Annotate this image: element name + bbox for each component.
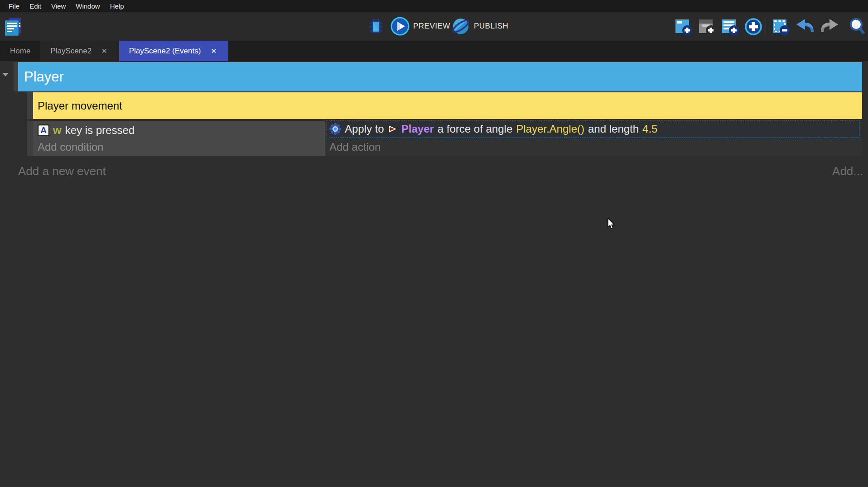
conditions-panel: A w key is pressed Add condition [33, 121, 325, 156]
group-collapse-chevron-down-icon[interactable] [2, 73, 9, 76]
add-subevent-icon[interactable] [698, 18, 716, 36]
publish-sphere-icon [451, 17, 470, 36]
add-condition-button[interactable]: Add condition [38, 141, 103, 153]
action-value: 4.5 [642, 123, 657, 135]
events-sheet: Player Player movement A w key is presse… [0, 61, 868, 487]
debugger-icon[interactable] [368, 18, 384, 35]
condition-text: key is pressed [65, 124, 135, 137]
menu-view[interactable]: View [46, 0, 71, 12]
project-manager-icon[interactable] [5, 17, 22, 36]
preview-play-icon [391, 17, 410, 36]
tab-home-label: Home [10, 47, 30, 56]
tab-playscene2[interactable]: PlayScene2 ✕ [40, 41, 119, 61]
add-circle-icon[interactable] [744, 18, 762, 36]
condition-key-value: w [53, 124, 62, 137]
search-icon[interactable] [849, 18, 866, 36]
undo-icon[interactable] [796, 19, 814, 35]
toolbar-separator-2 [842, 18, 842, 36]
physics-force-icon [329, 123, 341, 135]
keyboard-key-icon: A [38, 124, 49, 136]
group-title: Player [18, 69, 64, 85]
main-toolbar: PREVIEW PUBLISH [0, 12, 868, 41]
add-new-event-button[interactable]: Add a new event [18, 164, 106, 178]
action-mid2: and length [588, 123, 639, 135]
comment-block[interactable]: Player movement [33, 92, 862, 119]
add-more-button[interactable]: Add... [832, 164, 863, 178]
add-comment-icon[interactable] [721, 18, 739, 36]
action-prefix: Apply to [345, 123, 384, 135]
menu-edit[interactable]: Edit [24, 0, 46, 12]
redo-icon[interactable] [820, 19, 839, 35]
menu-bar: File Edit View Window Help [0, 0, 868, 12]
action-row-selected[interactable]: Apply to Player a force of angle Player.… [327, 120, 859, 138]
tab-playscene2-events-label: PlayScene2 (Events) [129, 47, 201, 56]
event-group-header[interactable]: Player [18, 62, 862, 91]
tab-playscene2-events[interactable]: PlayScene2 (Events) ✕ [119, 41, 228, 61]
add-event-icon[interactable] [675, 18, 693, 36]
tab-playscene2-label: PlayScene2 [50, 47, 92, 56]
toolbar-separator-1 [766, 18, 766, 36]
add-action-button[interactable]: Add action [329, 141, 381, 153]
tab-playscene2-close-icon[interactable]: ✕ [100, 46, 109, 56]
publish-button[interactable]: PUBLISH [451, 17, 508, 36]
comment-drag-handle[interactable] [27, 92, 33, 119]
tab-home[interactable]: Home [0, 41, 40, 61]
player-object-icon [388, 124, 398, 134]
action-object-name: Player [401, 123, 434, 135]
menu-help[interactable]: Help [105, 0, 129, 12]
tab-bar: Home PlayScene2 ✕ PlayScene2 (Events) ✕ [0, 41, 868, 61]
remove-event-icon[interactable] [772, 18, 790, 36]
event-drag-handle[interactable] [27, 121, 33, 156]
preview-button[interactable]: PREVIEW [391, 17, 450, 36]
condition-row[interactable]: A w key is pressed [38, 124, 135, 137]
tab-playscene2-events-close-icon[interactable]: ✕ [209, 46, 218, 56]
action-mid1: a force of angle [438, 123, 512, 135]
action-expression: Player.Angle() [516, 123, 584, 135]
comment-text: Player movement [33, 100, 122, 112]
menu-window[interactable]: Window [71, 0, 105, 12]
group-drag-handle[interactable] [14, 62, 18, 91]
actions-panel: Apply to Player a force of angle Player.… [325, 121, 862, 156]
menu-file[interactable]: File [4, 0, 24, 12]
preview-label: PREVIEW [413, 22, 450, 31]
publish-label: PUBLISH [474, 22, 508, 31]
